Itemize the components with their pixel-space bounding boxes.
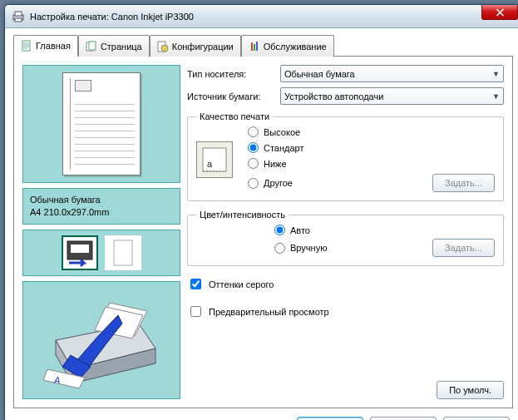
svg-rect-9: [254, 44, 255, 51]
ok-button[interactable]: OK: [297, 417, 363, 420]
svg-point-7: [161, 45, 168, 52]
feed-option-auto[interactable]: [62, 235, 98, 270]
printer-icon: [12, 10, 25, 23]
dialog-footer: OK Отмена Применить: [13, 408, 513, 420]
paper-source-label: Источник бумаги:: [187, 91, 274, 101]
quality-standard-option[interactable]: Стандарт: [248, 142, 495, 153]
media-info-type: Обычная бумага: [30, 194, 173, 206]
grayscale-checkbox[interactable]: Оттенки серого: [187, 276, 504, 292]
svg-text:a: a: [207, 159, 213, 169]
svg-rect-8: [251, 42, 253, 51]
svg-rect-5: [89, 42, 96, 50]
apply-button[interactable]: Применить: [443, 417, 510, 420]
config-icon: [157, 41, 169, 52]
svg-rect-12: [71, 245, 89, 253]
window-title: Настройка печати: Canon Inkjet iP3300: [30, 12, 518, 22]
quality-preview-icon: a: [196, 141, 233, 178]
preview-checkbox[interactable]: Предварительный просмотр: [187, 304, 504, 319]
color-auto-option[interactable]: Авто: [274, 225, 495, 235]
print-settings-window: Настройка печати: Canon Inkjet iP3300 Гл…: [4, 4, 518, 420]
close-button[interactable]: [481, 5, 518, 20]
color-intensity-legend: Цвет/интенсивность: [196, 210, 289, 220]
paper-source-value: Устройство автоподачи: [284, 91, 383, 101]
content-area: Главная Страница Конфигурации Обслуживан…: [5, 28, 518, 420]
quality-set-button[interactable]: Задать...: [432, 174, 495, 192]
svg-rect-2: [15, 18, 22, 22]
color-manual-option[interactable]: Вручную: [274, 243, 432, 254]
page-preview: [22, 65, 180, 183]
preview-column: Обычная бумага A4 210.0x297.0mm: [22, 65, 180, 399]
media-type-row: Тип носителя: Обычная бумага ▼: [187, 65, 504, 82]
chevron-down-icon: ▼: [492, 70, 500, 78]
media-type-select[interactable]: Обычная бумага ▼: [280, 65, 504, 82]
tab-main[interactable]: Главная: [13, 35, 78, 57]
document-icon: [21, 40, 32, 52]
media-info-size: A4 210.0x297.0mm: [30, 206, 173, 219]
tab-page[interactable]: Страница: [78, 35, 150, 57]
quality-low-option[interactable]: Ниже: [248, 158, 495, 169]
page-icon: [86, 41, 97, 52]
paper-source-select[interactable]: Устройство автоподачи ▼: [280, 87, 504, 105]
preview-page: [62, 72, 141, 175]
tab-service[interactable]: Обслуживание: [241, 35, 334, 57]
settings-column: Тип носителя: Обычная бумага ▼ Источник …: [187, 65, 504, 399]
svg-rect-1: [15, 12, 22, 16]
quality-other-option[interactable]: Другое: [248, 178, 427, 189]
svg-rect-10: [256, 42, 258, 51]
feed-option-manual[interactable]: [105, 235, 141, 270]
svg-rect-3: [22, 41, 30, 51]
svg-text:A: A: [53, 375, 60, 385]
color-set-button[interactable]: Задать...: [432, 239, 495, 257]
feed-thumbnails: [22, 230, 180, 276]
quality-high-option[interactable]: Высокое: [248, 126, 495, 137]
svg-rect-13: [114, 240, 132, 265]
paper-source-row: Источник бумаги: Устройство автоподачи ▼: [187, 87, 504, 105]
color-intensity-group: Цвет/интенсивность Авто Вручную Задать..…: [187, 210, 504, 266]
titlebar: Настройка печати: Canon Inkjet iP3300: [5, 5, 518, 28]
tab-bar: Главная Страница Конфигурации Обслуживан…: [13, 35, 513, 57]
print-quality-group: Качество печати a Высокое Стандарт Ниже …: [187, 111, 504, 201]
preview-label: Предварительный просмотр: [209, 307, 329, 317]
tab-service-label: Обслуживание: [264, 42, 327, 52]
tab-page-label: Страница: [101, 42, 142, 52]
tab-config[interactable]: Конфигурации: [150, 35, 241, 57]
printer-illustration: A: [22, 281, 180, 399]
service-icon: [249, 41, 260, 52]
defaults-button[interactable]: По умолч.: [437, 381, 504, 399]
print-quality-legend: Качество печати: [196, 111, 273, 121]
media-type-value: Обычная бумага: [284, 69, 355, 79]
chevron-down-icon: ▼: [492, 92, 500, 101]
tab-main-label: Главная: [36, 41, 71, 51]
media-type-label: Тип носителя:: [187, 69, 274, 79]
tab-panel-main: Обычная бумага A4 210.0x297.0mm: [13, 57, 513, 408]
grayscale-label: Оттенки серого: [209, 279, 274, 289]
media-info: Обычная бумага A4 210.0x297.0mm: [22, 188, 180, 225]
tab-config-label: Конфигурации: [172, 42, 234, 52]
cancel-button[interactable]: Отмена: [370, 417, 437, 420]
